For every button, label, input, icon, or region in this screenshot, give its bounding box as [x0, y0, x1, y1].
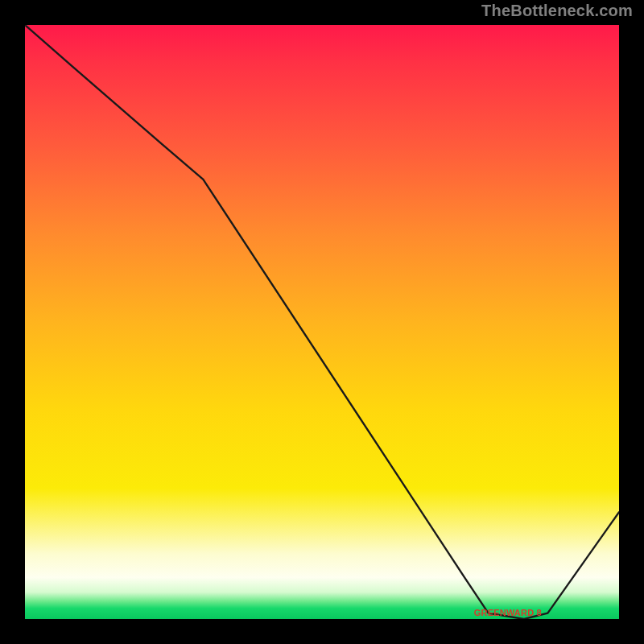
- watermark-text: TheBottleneck.com: [481, 2, 633, 20]
- chart-canvas: TheBottleneck.com GREENWARD 8: [0, 0, 644, 644]
- plot-area: GREENWARD 8: [22, 22, 622, 622]
- line-series: [25, 25, 619, 619]
- axis-annotation: GREENWARD 8: [474, 608, 542, 617]
